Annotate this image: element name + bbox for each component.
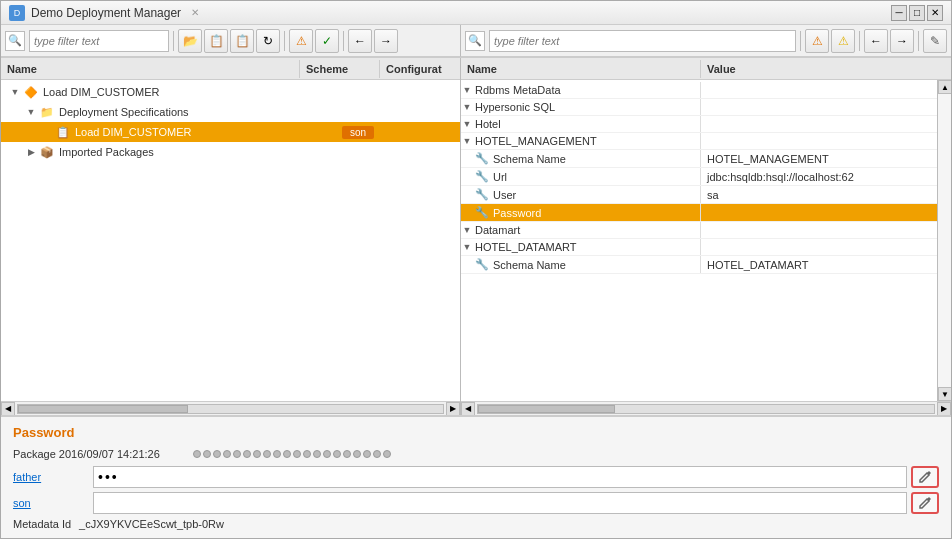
right-scroll-left[interactable]: ◀ xyxy=(461,402,475,416)
toolbar-btn-paste[interactable]: 📋 xyxy=(230,29,254,53)
metadata-label: Metadata Id xyxy=(13,518,71,530)
right-row-hotel[interactable]: ▼ Hotel xyxy=(461,116,937,133)
item-icon-deploy: 📁 xyxy=(39,104,55,120)
dot-8 xyxy=(263,450,271,458)
metadata-row: Metadata Id _cJX9YKVCEeScwt_tpb-0Rw xyxy=(13,518,939,530)
item-icon-selected: 📋 xyxy=(55,124,71,140)
right-name-user: 🔧 User xyxy=(461,186,701,203)
father-input[interactable] xyxy=(93,466,907,488)
pencil-icon xyxy=(918,470,932,484)
right-scroll-right[interactable]: ▶ xyxy=(937,402,951,416)
toolbar-btn-ok[interactable]: ✓ xyxy=(315,29,339,53)
title-bar: D Demo Deployment Manager ✕ ─ □ ✕ xyxy=(1,1,951,25)
item-icon-root: 🔶 xyxy=(23,84,39,100)
minimize-button[interactable]: ─ xyxy=(891,5,907,21)
toolbar-btn-forward[interactable]: → xyxy=(374,29,398,53)
right-row-hotel-datamart[interactable]: ▼ HOTEL_DATAMART xyxy=(461,239,937,256)
dot-10 xyxy=(283,450,291,458)
right-row-schema2[interactable]: 🔧 Schema Name HOTEL_DATAMART xyxy=(461,256,937,274)
right-v-scrollbar: ▲ ▼ xyxy=(937,80,951,401)
tree-item-deploy-specs[interactable]: ▼ 📁 Deployment Specifications xyxy=(1,102,460,122)
item-label-packages: Imported Packages xyxy=(59,146,154,158)
right-row-password[interactable]: 🔧 Password xyxy=(461,204,937,222)
right-row-rdbms[interactable]: ▼ Rdbms MetaData xyxy=(461,82,937,99)
right-filter-input[interactable] xyxy=(489,30,796,52)
left-col-name: Name xyxy=(1,60,300,78)
left-toolbar: 🔍 📂 📋 📋 ↻ ⚠ ✓ ← → xyxy=(1,25,461,57)
dot-5 xyxy=(233,450,241,458)
right-toolbar-forward[interactable]: → xyxy=(890,29,914,53)
right-val-hotel-mgmt xyxy=(701,133,937,149)
tree-item-load-dim-selected[interactable]: 📋 Load DIM_CUSTOMER son xyxy=(1,122,460,142)
father-edit-button[interactable] xyxy=(911,466,939,488)
dot-1 xyxy=(193,450,201,458)
tree-item-load-dim-root[interactable]: ▼ 🔶 Load DIM_CUSTOMER xyxy=(1,82,460,102)
right-row-url[interactable]: 🔧 Url jdbc:hsqldb:hsql://localhost:62 xyxy=(461,168,937,186)
dot-11 xyxy=(293,450,301,458)
toolbar-separator-2 xyxy=(284,31,285,51)
window-controls: ─ □ ✕ xyxy=(891,5,943,21)
right-tree-container: ▼ Rdbms MetaData ▼ Hypersonic SQL xyxy=(461,80,951,401)
window-tab-close[interactable]: ✕ xyxy=(191,7,199,18)
right-toolbar-back[interactable]: ← xyxy=(864,29,888,53)
right-row-schema[interactable]: 🔧 Schema Name HOTEL_MANAGEMENT xyxy=(461,150,937,168)
right-toolbar-separator-1 xyxy=(800,31,801,51)
right-val-schema: HOTEL_MANAGEMENT xyxy=(701,150,937,167)
icon-user: 🔧 xyxy=(475,188,489,201)
exp-schema xyxy=(461,153,473,165)
right-row-user[interactable]: 🔧 User sa xyxy=(461,186,937,204)
lbl-schema2: Schema Name xyxy=(493,259,566,271)
left-scroll-right[interactable]: ▶ xyxy=(446,402,460,416)
right-toolbar-edit[interactable]: ✎ xyxy=(923,29,947,53)
father-label[interactable]: father xyxy=(13,471,93,483)
son-label[interactable]: son xyxy=(13,497,93,509)
toolbar-btn-folder[interactable]: 📂 xyxy=(178,29,202,53)
right-row-datamart[interactable]: ▼ Datamart xyxy=(461,222,937,239)
lbl-hotel-datamart: HOTEL_DATAMART xyxy=(475,241,576,253)
lbl-hypersonic: Hypersonic SQL xyxy=(475,101,555,113)
right-toolbar-warning1[interactable]: ⚠ xyxy=(805,29,829,53)
right-toolbar-warning2[interactable]: ⚠ xyxy=(831,29,855,53)
son-edit-button[interactable] xyxy=(911,492,939,514)
right-row-hotel-mgmt[interactable]: ▼ HOTEL_MANAGEMENT xyxy=(461,133,937,150)
left-col-scheme: Scheme xyxy=(300,60,380,78)
left-pane: Name Scheme Configurat ▼ 🔶 Load DIM_CUST… xyxy=(1,58,461,415)
son-input[interactable] xyxy=(93,492,907,514)
right-col-value: Value xyxy=(701,60,951,78)
right-h-scrollbar: ◀ ▶ xyxy=(461,401,951,415)
maximize-button[interactable]: □ xyxy=(909,5,925,21)
title-bar-left: D Demo Deployment Manager ✕ xyxy=(9,5,199,21)
lbl-schema: Schema Name xyxy=(493,153,566,165)
toolbar-btn-back[interactable]: ← xyxy=(348,29,372,53)
main-content: Name Scheme Configurat ▼ 🔶 Load DIM_CUST… xyxy=(1,58,951,415)
item-label-root: Load DIM_CUSTOMER xyxy=(43,86,160,98)
left-pane-header: Name Scheme Configurat xyxy=(1,58,460,80)
exp-user xyxy=(461,189,473,201)
right-val-datamart xyxy=(701,222,937,238)
progress-dots xyxy=(193,450,391,458)
right-toolbar-separator-2 xyxy=(859,31,860,51)
tree-item-imported-packages[interactable]: ▶ 📦 Imported Packages xyxy=(1,142,460,162)
left-scroll-left[interactable]: ◀ xyxy=(1,402,15,416)
toolbar-btn-warning[interactable]: ⚠ xyxy=(289,29,313,53)
toolbar-btn-copy[interactable]: 📋 xyxy=(204,29,228,53)
right-name-hotel: ▼ Hotel xyxy=(461,116,701,132)
right-scroll-down[interactable]: ▼ xyxy=(938,387,951,401)
right-toolbar: 🔍 ⚠ ⚠ ← → ✎ xyxy=(461,25,951,57)
right-scrollbar-track[interactable] xyxy=(477,404,935,414)
toolbar-btn-refresh[interactable]: ↻ xyxy=(256,29,280,53)
dot-7 xyxy=(253,450,261,458)
right-scroll-track[interactable] xyxy=(938,94,951,387)
dot-9 xyxy=(273,450,281,458)
left-filter-input[interactable] xyxy=(29,30,169,52)
right-scroll-up[interactable]: ▲ xyxy=(938,80,951,94)
close-button[interactable]: ✕ xyxy=(927,5,943,21)
exp-hotel-mgmt: ▼ xyxy=(461,135,473,147)
left-scrollbar-track[interactable] xyxy=(17,404,444,414)
window-icon: D xyxy=(9,5,25,21)
package-value xyxy=(193,450,391,458)
right-val-hypersonic xyxy=(701,99,937,115)
right-name-url: 🔧 Url xyxy=(461,168,701,185)
right-row-hypersonic[interactable]: ▼ Hypersonic SQL xyxy=(461,99,937,116)
dot-19 xyxy=(373,450,381,458)
